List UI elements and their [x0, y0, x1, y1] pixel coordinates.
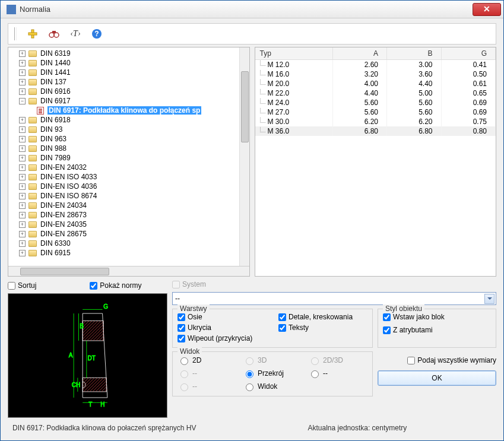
tree-node[interactable]: +DIN 6330: [11, 239, 249, 248]
tree-node[interactable]: +DIN-EN ISO 4033: [11, 172, 249, 182]
tree-node[interactable]: +DIN 7989: [11, 153, 249, 163]
svg-point-2: [49, 33, 54, 37]
tree-node-label: DIN 1441: [40, 68, 71, 77]
show-norms-checkbox[interactable]: Pokaż normy: [90, 281, 141, 290]
binoculars-icon[interactable]: [49, 28, 59, 39]
table-row[interactable]: M 30.06.206.200.75: [255, 117, 496, 126]
tree-node[interactable]: +DIN-EN ISO 8674: [11, 191, 249, 201]
view-radio[interactable]: 2D: [177, 356, 237, 365]
tree-node[interactable]: +DIN 93: [11, 125, 249, 134]
tree-node[interactable]: +DIN 6915: [11, 248, 249, 258]
expand-icon[interactable]: +: [19, 250, 26, 256]
view-radio[interactable]: Przekrój: [243, 369, 302, 378]
tree-node-label: DIN 963: [40, 135, 66, 143]
table-row[interactable]: M 24.05.605.600.69: [255, 98, 496, 107]
expand-icon[interactable]: +: [19, 145, 26, 152]
expand-icon[interactable]: +: [19, 69, 26, 76]
tree-node-label: DIN-EN 24034: [40, 201, 87, 210]
tree-scroll[interactable]: +DIN 6319+DIN 1440+DIN 1441+DIN 137+DIN …: [8, 47, 249, 266]
expand-icon[interactable]: +: [19, 126, 26, 133]
tree-node[interactable]: +DIN-EN ISO 4036: [11, 182, 249, 191]
col-a[interactable]: A: [332, 47, 386, 60]
table-row[interactable]: M 20.04.004.400.61: [255, 79, 496, 88]
layers-fieldset: Warstwy OsieDetale, kreskowaniaUkryciaTe…: [172, 309, 373, 348]
layer-checkbox[interactable]: Wipeout (przykrycia): [177, 334, 267, 342]
expand-icon[interactable]: −: [19, 98, 26, 104]
with-attributes-checkbox[interactable]: Z atrybutami: [383, 326, 491, 334]
expand-icon[interactable]: +: [19, 155, 26, 161]
all-dimensions-checkbox[interactable]: Podaj wszystkie wymiary: [407, 356, 496, 364]
tree-horizontal-scrollbar[interactable]: [8, 266, 249, 276]
col-g[interactable]: G: [441, 47, 495, 60]
tree-node[interactable]: +DIN 963: [11, 134, 249, 144]
tree-node-label: DIN 6918: [40, 116, 71, 124]
expand-icon[interactable]: +: [19, 202, 26, 209]
tree-node-label: DIN 6915: [40, 249, 71, 257]
folder-icon: [28, 145, 37, 152]
expand-icon[interactable]: +: [19, 231, 26, 237]
show-norms-label: Pokaż normy: [100, 281, 141, 290]
close-button[interactable]: ✕: [473, 3, 501, 16]
table-row[interactable]: M 12.02.603.000.41: [255, 60, 496, 70]
tree-node[interactable]: +DIN 988: [11, 144, 249, 153]
expand-icon[interactable]: +: [19, 50, 26, 57]
tree-node[interactable]: +DIN 6918: [11, 115, 249, 125]
expand-icon[interactable]: +: [19, 174, 26, 180]
expand-icon[interactable]: +: [19, 60, 26, 66]
layer-checkbox[interactable]: Teksty: [278, 323, 367, 332]
tree-node[interactable]: +DIN 1441: [11, 68, 249, 77]
tree-node[interactable]: −DIN 6917: [11, 96, 249, 106]
help-icon[interactable]: ?: [91, 28, 102, 39]
expand-icon[interactable]: +: [19, 183, 26, 190]
tree-vertical-scrollbar[interactable]: [239, 47, 249, 266]
table-row[interactable]: M 36.06.806.800.80: [255, 126, 496, 136]
text-style-icon[interactable]: ‹T›: [70, 28, 81, 39]
tree-node[interactable]: +DIN-EN 28673: [11, 210, 249, 220]
tree-node[interactable]: +DIN-EN 24035: [11, 220, 249, 229]
add-icon[interactable]: [27, 28, 38, 39]
expand-icon[interactable]: +: [19, 212, 26, 218]
svg-text:B: B: [80, 323, 84, 329]
tree-options-row: Sortuj Pokaż normy: [8, 280, 167, 291]
col-b[interactable]: B: [387, 47, 441, 60]
sort-label: Sortuj: [18, 281, 36, 290]
expand-icon[interactable]: +: [19, 164, 26, 171]
view-radio[interactable]: Widok: [243, 382, 302, 391]
unit-label: Aktualna jednostka: centymetry: [306, 423, 410, 433]
tree-leaf[interactable]: DIN 6917: Podkładka klinowa do połączeń …: [11, 106, 249, 115]
tree-node[interactable]: +DIN 137: [11, 77, 249, 87]
table-row[interactable]: M 16.03.203.600.50: [255, 69, 496, 79]
layer-checkbox[interactable]: Ukrycia: [177, 323, 267, 332]
action-column: Podaj wszystkie wymiary OK: [378, 351, 496, 396]
layer-checkbox[interactable]: Detale, kreskowania: [278, 313, 367, 321]
folder-icon: [28, 193, 37, 199]
system-checkbox[interactable]: System: [172, 280, 496, 288]
table-row[interactable]: M 27.05.605.600.69: [255, 107, 496, 117]
table-row[interactable]: M 22.04.405.000.65: [255, 88, 496, 98]
system-combo[interactable]: --: [172, 292, 496, 305]
expand-icon[interactable]: +: [19, 88, 26, 95]
tree-node-label: DIN 137: [40, 78, 66, 86]
insert-block-checkbox[interactable]: Wstaw jako blok: [383, 313, 491, 321]
expand-icon[interactable]: +: [19, 79, 26, 85]
expand-icon[interactable]: +: [19, 240, 26, 247]
folder-icon: [28, 79, 37, 85]
tree-node[interactable]: +DIN 6916: [11, 87, 249, 96]
tree-node[interactable]: +DIN-EN 24034: [11, 201, 249, 210]
tree-node[interactable]: +DIN-EN 24032: [11, 163, 249, 172]
tree-node[interactable]: +DIN 1440: [11, 58, 249, 68]
view-radio[interactable]: --: [308, 369, 367, 378]
view-radio: --: [177, 369, 237, 378]
col-typ[interactable]: Typ: [255, 47, 333, 60]
toolbar-separator: [14, 27, 17, 40]
expand-icon[interactable]: +: [19, 117, 26, 123]
expand-icon[interactable]: +: [19, 221, 26, 228]
ok-button[interactable]: OK: [378, 370, 496, 386]
tree-node[interactable]: +DIN 6319: [11, 49, 249, 58]
sort-checkbox[interactable]: Sortuj: [8, 281, 36, 290]
tree-node[interactable]: +DIN-EN 28675: [11, 229, 249, 239]
expand-icon[interactable]: +: [19, 193, 26, 199]
system-combo-value: --: [175, 294, 180, 303]
layer-checkbox[interactable]: Osie: [177, 313, 267, 321]
expand-icon[interactable]: +: [19, 136, 26, 142]
